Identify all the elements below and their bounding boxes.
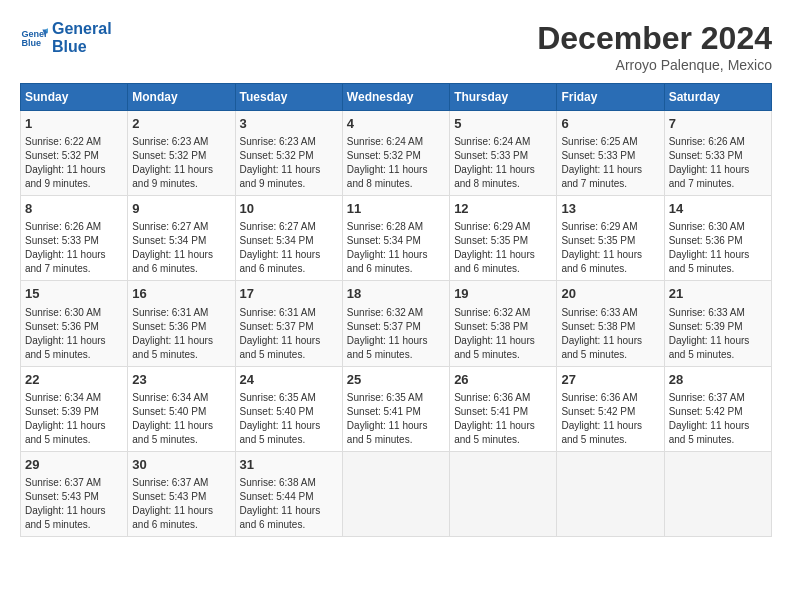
daylight-text: Daylight: 11 hours and 6 minutes. [132, 249, 213, 274]
sunrise-text: Sunrise: 6:26 AM [25, 221, 101, 232]
week-row: 29 Sunrise: 6:37 AM Sunset: 5:43 PM Dayl… [21, 451, 772, 536]
sunrise-text: Sunrise: 6:29 AM [454, 221, 530, 232]
day-number: 1 [25, 115, 123, 133]
daylight-text: Daylight: 11 hours and 9 minutes. [132, 164, 213, 189]
daylight-text: Daylight: 11 hours and 6 minutes. [454, 249, 535, 274]
sunrise-text: Sunrise: 6:38 AM [240, 477, 316, 488]
calendar-cell: 31 Sunrise: 6:38 AM Sunset: 5:44 PM Dayl… [235, 451, 342, 536]
calendar-cell: 17 Sunrise: 6:31 AM Sunset: 5:37 PM Dayl… [235, 281, 342, 366]
sunrise-text: Sunrise: 6:37 AM [669, 392, 745, 403]
daylight-text: Daylight: 11 hours and 5 minutes. [347, 420, 428, 445]
sunset-text: Sunset: 5:42 PM [669, 406, 743, 417]
day-number: 25 [347, 371, 445, 389]
daylight-text: Daylight: 11 hours and 5 minutes. [25, 335, 106, 360]
calendar-cell: 12 Sunrise: 6:29 AM Sunset: 5:35 PM Dayl… [450, 196, 557, 281]
daylight-text: Daylight: 11 hours and 5 minutes. [132, 420, 213, 445]
sunrise-text: Sunrise: 6:29 AM [561, 221, 637, 232]
daylight-text: Daylight: 11 hours and 6 minutes. [240, 249, 321, 274]
sunset-text: Sunset: 5:33 PM [454, 150, 528, 161]
day-number: 2 [132, 115, 230, 133]
calendar-cell: 21 Sunrise: 6:33 AM Sunset: 5:39 PM Dayl… [664, 281, 771, 366]
daylight-text: Daylight: 11 hours and 6 minutes. [561, 249, 642, 274]
day-number: 11 [347, 200, 445, 218]
day-number: 13 [561, 200, 659, 218]
sunrise-text: Sunrise: 6:36 AM [561, 392, 637, 403]
sunset-text: Sunset: 5:40 PM [240, 406, 314, 417]
calendar-title: December 2024 [537, 20, 772, 57]
daylight-text: Daylight: 11 hours and 5 minutes. [669, 249, 750, 274]
daylight-text: Daylight: 11 hours and 5 minutes. [454, 335, 535, 360]
sunset-text: Sunset: 5:43 PM [132, 491, 206, 502]
day-number: 18 [347, 285, 445, 303]
calendar-cell: 2 Sunrise: 6:23 AM Sunset: 5:32 PM Dayli… [128, 111, 235, 196]
daylight-text: Daylight: 11 hours and 5 minutes. [669, 420, 750, 445]
day-number: 22 [25, 371, 123, 389]
calendar-cell: 20 Sunrise: 6:33 AM Sunset: 5:38 PM Dayl… [557, 281, 664, 366]
calendar-cell: 14 Sunrise: 6:30 AM Sunset: 5:36 PM Dayl… [664, 196, 771, 281]
day-number: 31 [240, 456, 338, 474]
header-cell-wednesday: Wednesday [342, 84, 449, 111]
daylight-text: Daylight: 11 hours and 6 minutes. [347, 249, 428, 274]
sunset-text: Sunset: 5:37 PM [240, 321, 314, 332]
calendar-cell: 22 Sunrise: 6:34 AM Sunset: 5:39 PM Dayl… [21, 366, 128, 451]
day-number: 10 [240, 200, 338, 218]
daylight-text: Daylight: 11 hours and 5 minutes. [347, 335, 428, 360]
daylight-text: Daylight: 11 hours and 5 minutes. [561, 420, 642, 445]
sunrise-text: Sunrise: 6:23 AM [240, 136, 316, 147]
day-number: 24 [240, 371, 338, 389]
sunset-text: Sunset: 5:42 PM [561, 406, 635, 417]
week-row: 22 Sunrise: 6:34 AM Sunset: 5:39 PM Dayl… [21, 366, 772, 451]
calendar-cell: 24 Sunrise: 6:35 AM Sunset: 5:40 PM Dayl… [235, 366, 342, 451]
sunrise-text: Sunrise: 6:22 AM [25, 136, 101, 147]
title-section: December 2024 Arroyo Palenque, Mexico [537, 20, 772, 73]
calendar-cell: 10 Sunrise: 6:27 AM Sunset: 5:34 PM Dayl… [235, 196, 342, 281]
sunset-text: Sunset: 5:35 PM [561, 235, 635, 246]
sunrise-text: Sunrise: 6:24 AM [347, 136, 423, 147]
day-number: 12 [454, 200, 552, 218]
daylight-text: Daylight: 11 hours and 5 minutes. [561, 335, 642, 360]
daylight-text: Daylight: 11 hours and 5 minutes. [240, 420, 321, 445]
calendar-cell: 11 Sunrise: 6:28 AM Sunset: 5:34 PM Dayl… [342, 196, 449, 281]
calendar-cell: 28 Sunrise: 6:37 AM Sunset: 5:42 PM Dayl… [664, 366, 771, 451]
svg-text:Blue: Blue [21, 38, 41, 48]
daylight-text: Daylight: 11 hours and 5 minutes. [25, 420, 106, 445]
calendar-cell: 3 Sunrise: 6:23 AM Sunset: 5:32 PM Dayli… [235, 111, 342, 196]
sunset-text: Sunset: 5:35 PM [454, 235, 528, 246]
calendar-subtitle: Arroyo Palenque, Mexico [537, 57, 772, 73]
calendar-table: SundayMondayTuesdayWednesdayThursdayFrid… [20, 83, 772, 537]
sunset-text: Sunset: 5:33 PM [25, 235, 99, 246]
sunset-text: Sunset: 5:38 PM [561, 321, 635, 332]
daylight-text: Daylight: 11 hours and 8 minutes. [347, 164, 428, 189]
sunset-text: Sunset: 5:32 PM [347, 150, 421, 161]
calendar-cell: 5 Sunrise: 6:24 AM Sunset: 5:33 PM Dayli… [450, 111, 557, 196]
day-number: 19 [454, 285, 552, 303]
sunrise-text: Sunrise: 6:34 AM [25, 392, 101, 403]
day-number: 20 [561, 285, 659, 303]
calendar-cell [342, 451, 449, 536]
calendar-cell: 6 Sunrise: 6:25 AM Sunset: 5:33 PM Dayli… [557, 111, 664, 196]
logo-icon: General Blue [20, 24, 48, 52]
day-number: 30 [132, 456, 230, 474]
day-number: 15 [25, 285, 123, 303]
calendar-cell [664, 451, 771, 536]
sunset-text: Sunset: 5:34 PM [347, 235, 421, 246]
day-number: 23 [132, 371, 230, 389]
header-cell-thursday: Thursday [450, 84, 557, 111]
calendar-cell: 23 Sunrise: 6:34 AM Sunset: 5:40 PM Dayl… [128, 366, 235, 451]
calendar-cell: 19 Sunrise: 6:32 AM Sunset: 5:38 PM Dayl… [450, 281, 557, 366]
daylight-text: Daylight: 11 hours and 7 minutes. [669, 164, 750, 189]
sunset-text: Sunset: 5:37 PM [347, 321, 421, 332]
sunset-text: Sunset: 5:41 PM [347, 406, 421, 417]
daylight-text: Daylight: 11 hours and 5 minutes. [240, 335, 321, 360]
daylight-text: Daylight: 11 hours and 9 minutes. [240, 164, 321, 189]
sunset-text: Sunset: 5:34 PM [240, 235, 314, 246]
day-number: 5 [454, 115, 552, 133]
calendar-cell: 30 Sunrise: 6:37 AM Sunset: 5:43 PM Dayl… [128, 451, 235, 536]
sunrise-text: Sunrise: 6:33 AM [669, 307, 745, 318]
header-cell-sunday: Sunday [21, 84, 128, 111]
sunrise-text: Sunrise: 6:27 AM [240, 221, 316, 232]
sunrise-text: Sunrise: 6:33 AM [561, 307, 637, 318]
sunrise-text: Sunrise: 6:28 AM [347, 221, 423, 232]
sunrise-text: Sunrise: 6:31 AM [240, 307, 316, 318]
sunrise-text: Sunrise: 6:37 AM [132, 477, 208, 488]
